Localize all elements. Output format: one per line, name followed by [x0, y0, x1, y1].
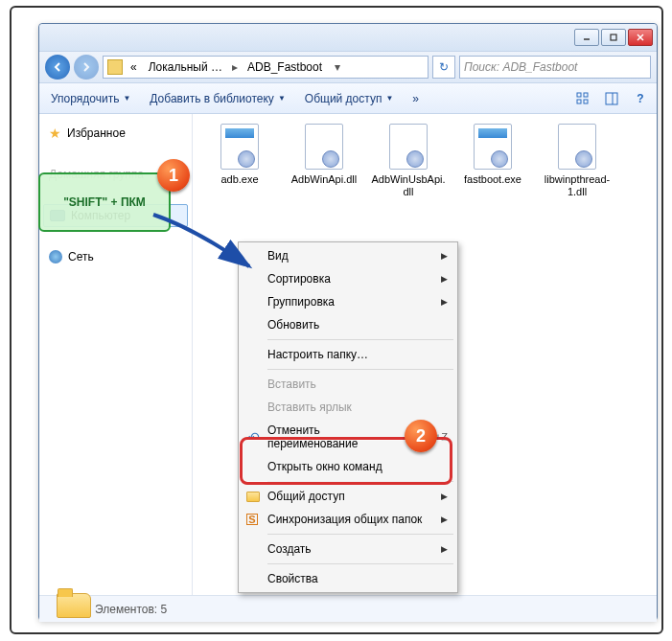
sidebar-network[interactable]: Сеть [43, 246, 188, 267]
breadcrumb-1[interactable]: Локальный … [145, 60, 226, 74]
file-label: AdbWinApi.dll [287, 173, 361, 186]
nav-bar: « Локальный … ▸ ADB_Fastboot ▾ ↻ Поиск: … [39, 51, 657, 83]
tutorial-frame: « Локальный … ▸ ADB_Fastboot ▾ ↻ Поиск: … [10, 6, 663, 634]
file-label: fastboot.exe [455, 173, 530, 186]
cm-sort[interactable]: Сортировка▶ [241, 267, 455, 290]
cm-paste: Вставить [241, 373, 455, 396]
star-icon: ★ [49, 126, 61, 141]
status-bar: Элементов: 5 [39, 595, 657, 622]
svg-rect-7 [584, 100, 588, 103]
minimize-button[interactable] [574, 29, 599, 46]
add-library-menu[interactable]: Добавить в библиотеку▼ [144, 88, 290, 109]
item-count: Элементов: 5 [95, 603, 167, 616]
cm-customize[interactable]: Настроить папку… [241, 343, 455, 366]
file-item[interactable]: AdbWinApi.dll [287, 124, 361, 198]
cm-sync[interactable]: SСинхронизация общих папок▶ [241, 508, 455, 531]
network-icon [49, 250, 62, 263]
forward-button[interactable] [74, 55, 99, 80]
search-placeholder: Поиск: ADB_Fastboot [464, 60, 577, 74]
share-menu[interactable]: Общий доступ▼ [299, 88, 400, 109]
exe-icon [470, 124, 516, 170]
dll-icon [554, 124, 600, 170]
file-label: libwinpthread-1.dll [540, 173, 614, 198]
back-button[interactable] [45, 55, 70, 80]
breadcrumb-prefix: « [127, 60, 141, 74]
cm-properties[interactable]: Свойства [241, 567, 455, 590]
title-bar [39, 24, 657, 51]
search-input[interactable]: Поиск: ADB_Fastboot [459, 56, 651, 79]
annotation-badge-2: 2 [405, 420, 437, 452]
address-dropdown[interactable]: ▾ [330, 60, 345, 74]
cm-paste-shortcut: Вставить ярлык [241, 396, 455, 419]
toolbar-overflow[interactable]: » [406, 88, 425, 109]
cm-refresh[interactable]: Обновить [241, 313, 455, 336]
annotation-hint: "SHIFT" + ПКМ [38, 172, 171, 232]
undo-icon: ↶ [246, 429, 262, 445]
cm-group[interactable]: Группировка▶ [241, 290, 455, 313]
svg-rect-6 [577, 100, 581, 103]
file-item[interactable]: adb.exe [202, 124, 277, 198]
breadcrumb-2[interactable]: ADB_Fastboot [243, 60, 326, 74]
folder-thumbnail [57, 593, 97, 628]
file-item[interactable]: libwinpthread-1.dll [540, 124, 614, 198]
svg-rect-5 [584, 93, 588, 97]
file-item[interactable]: AdbWinUsbApi.dll [371, 124, 446, 198]
dll-icon [385, 124, 431, 170]
file-label: adb.exe [202, 173, 277, 186]
address-bar[interactable]: « Локальный … ▸ ADB_Fastboot ▾ [103, 56, 429, 79]
cm-view[interactable]: Вид▶ [241, 244, 455, 267]
refresh-button[interactable]: ↻ [432, 56, 455, 79]
chevron-right-icon: ▸ [230, 60, 240, 74]
help-button[interactable]: ? [630, 88, 651, 109]
svg-rect-8 [606, 93, 617, 104]
cm-create[interactable]: Создать▶ [241, 538, 455, 561]
file-label: AdbWinUsbApi.dll [371, 173, 446, 198]
context-menu: Вид▶ Сортировка▶ Группировка▶ Обновить Н… [238, 241, 458, 593]
maximize-button[interactable] [601, 29, 626, 46]
annotation-badge-1: 1 [157, 159, 190, 192]
sync-icon: S [246, 514, 258, 525]
organize-menu[interactable]: Упорядочить▼ [45, 88, 136, 109]
toolbar: Упорядочить▼ Добавить в библиотеку▼ Общи… [39, 83, 657, 114]
cm-open-command-window[interactable]: Открыть окно команд [241, 455, 455, 478]
svg-rect-1 [611, 34, 616, 40]
close-button[interactable] [628, 29, 653, 46]
cm-share[interactable]: Общий доступ▶ [241, 485, 455, 508]
folder-icon [246, 492, 260, 502]
folder-icon [107, 59, 123, 75]
svg-rect-4 [577, 93, 581, 97]
sidebar-favorites[interactable]: ★Избранное [43, 122, 188, 145]
file-item[interactable]: fastboot.exe [455, 124, 530, 198]
exe-icon [217, 124, 263, 170]
preview-pane-button[interactable] [601, 88, 622, 109]
dll-icon [301, 124, 347, 170]
view-mode-button[interactable] [572, 88, 593, 109]
